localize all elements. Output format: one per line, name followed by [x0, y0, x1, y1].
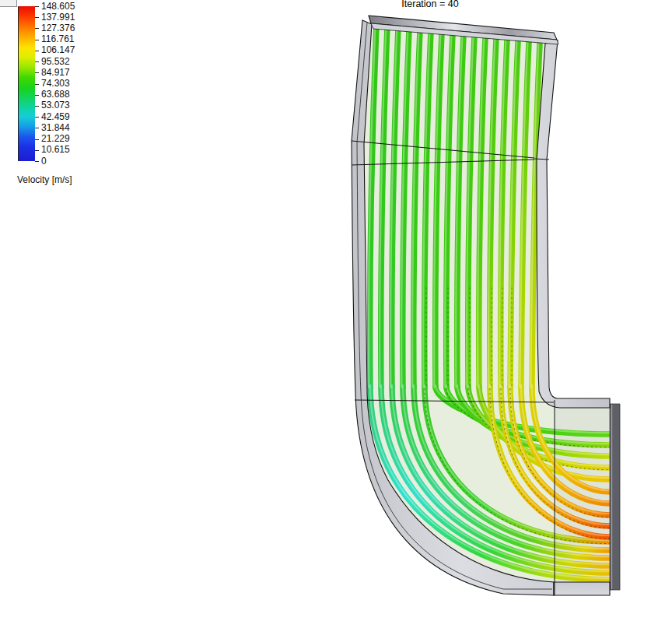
flow-simulation-viewport: Iteration = 40 148.605137.991127.376116.… — [0, 0, 672, 621]
3d-model-viewport[interactable] — [0, 0, 672, 621]
outlet-bottom-wall — [554, 582, 610, 595]
duct-right-wall — [537, 40, 610, 408]
